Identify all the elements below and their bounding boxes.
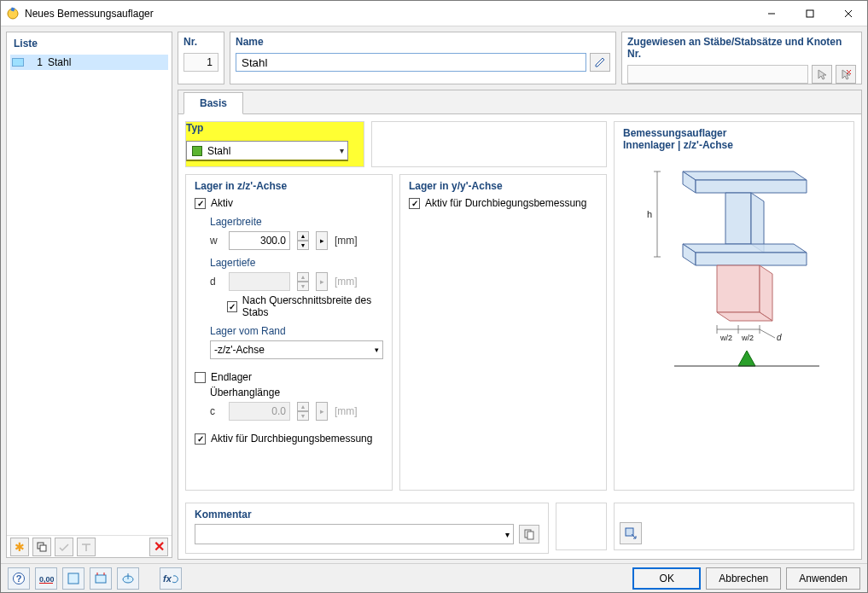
tab-basis[interactable]: Basis xyxy=(184,92,243,114)
cancel-button[interactable]: Abbrechen xyxy=(706,567,781,590)
nr-field[interactable]: 1 xyxy=(184,53,218,72)
comment-combo[interactable]: ▾ xyxy=(195,524,514,544)
checkout-icon xyxy=(80,541,92,553)
apply-button[interactable]: Anwenden xyxy=(786,567,860,590)
z-durch-row[interactable]: Aktiv für Durchbiegungsbemessung xyxy=(195,433,383,445)
svg-marker-32 xyxy=(738,351,755,366)
name-edit-button[interactable] xyxy=(590,53,610,72)
typ-combo[interactable]: Stahl ▾ xyxy=(186,141,348,161)
close-button[interactable] xyxy=(829,1,867,26)
d-unit: [mm] xyxy=(335,276,358,288)
nr-panel: Nr. 1 xyxy=(178,32,224,84)
list-body[interactable]: 1 Stahl xyxy=(7,53,172,535)
w-step-button[interactable]: ▸ xyxy=(316,231,328,250)
list-item-num: 1 xyxy=(29,56,43,68)
endlager-check[interactable] xyxy=(195,372,206,383)
units-button[interactable]: 0,00 xyxy=(35,567,57,590)
view-button[interactable] xyxy=(62,567,84,590)
z-aktiv-label: Aktiv xyxy=(211,197,233,209)
tab-bar: Basis xyxy=(178,90,861,114)
w-sym: w xyxy=(210,235,222,247)
delete-item-button[interactable]: ✕ xyxy=(149,538,168,556)
pick-member-button[interactable] xyxy=(812,65,832,84)
d-step-button: ▸ xyxy=(316,272,328,291)
y-group: Lager in y/y'-Achse Aktiv für Durchbiegu… xyxy=(399,174,607,491)
name-panel: Name xyxy=(230,32,616,84)
svg-text:?: ? xyxy=(16,573,22,584)
preview-titles: Bemessungsauflager Innenlager | z/z'-Ach… xyxy=(623,127,845,151)
comment-aux-panel xyxy=(556,503,607,550)
content-area: Liste 1 Stahl ✱ xyxy=(1,26,867,563)
comment-pick-button[interactable] xyxy=(519,525,539,544)
window-title: Neues Bemessungsauflager xyxy=(25,8,752,20)
copy-item-button[interactable] xyxy=(32,538,51,556)
nach-querschnitt-row[interactable]: Nach Querschnittsbreite des Stabs xyxy=(227,294,383,318)
z-group-title: Lager in z/z'-Achse xyxy=(195,180,383,192)
copy-icon xyxy=(36,541,48,553)
svg-rect-7 xyxy=(40,545,46,551)
w-unit: [mm] xyxy=(335,235,358,247)
y-durch-row[interactable]: Aktiv für Durchbiegungsbemessung xyxy=(409,197,597,209)
svg-text:w/2: w/2 xyxy=(741,334,754,342)
svg-marker-21 xyxy=(717,265,760,312)
dialog-window: Neues Bemessungsauflager Liste 1 Stahl xyxy=(0,0,868,593)
name-input[interactable] xyxy=(236,53,586,72)
endlager-label: Endlager xyxy=(211,371,252,383)
lagerbreite-label: Lagerbreite xyxy=(210,216,383,228)
new-item-button[interactable]: ✱ xyxy=(10,538,29,556)
w-spin[interactable]: ▲▼ xyxy=(297,231,309,250)
w-input[interactable]: 300.0 xyxy=(229,231,290,250)
endlager-row[interactable]: Endlager xyxy=(195,371,383,383)
h-label: h xyxy=(647,209,652,219)
help-button[interactable]: ? xyxy=(8,567,30,590)
svg-text:w/2: w/2 xyxy=(719,334,732,342)
comment-row: Kommentar ▾ xyxy=(178,497,861,559)
svg-marker-20 xyxy=(696,253,807,265)
list-item[interactable]: 1 Stahl xyxy=(10,55,168,70)
rand-value: -z/z'-Achse xyxy=(214,344,265,356)
typ-color-swatch xyxy=(192,146,202,156)
preview-group: Bemessungsauflager Innenlager | z/z'-Ach… xyxy=(614,121,854,491)
form-body: Typ Stahl ▾ xyxy=(178,114,861,497)
titlebar: Neues Bemessungsauflager xyxy=(1,1,867,26)
svg-rect-3 xyxy=(807,10,813,17)
preview-refresh-button[interactable] xyxy=(620,522,642,544)
list-panel: Liste 1 Stahl ✱ xyxy=(6,32,172,558)
uberhang-label: Überhanglänge xyxy=(210,387,383,398)
chevron-down-icon: ▾ xyxy=(340,146,344,155)
window-controls xyxy=(752,1,867,26)
rand-label: Lager vom Rand xyxy=(210,325,383,337)
typ-spacer-group xyxy=(371,121,607,167)
svg-marker-15 xyxy=(696,180,807,193)
app-icon xyxy=(6,7,20,20)
nach-querschnitt-check[interactable] xyxy=(227,301,237,312)
fx-button[interactable]: fx xyxy=(160,567,182,590)
clear-assign-button[interactable] xyxy=(836,65,856,84)
check-out-button[interactable] xyxy=(77,538,96,556)
rand-combo[interactable]: -z/z'-Achse ▾ xyxy=(210,340,383,359)
right-area: Nr. 1 Name Zugewiesen an Stäbe/Stabsätze… xyxy=(178,32,862,558)
list-toolbar: ✱ ✕ xyxy=(7,535,172,557)
chevron-down-icon: ▾ xyxy=(375,346,379,354)
render-button[interactable] xyxy=(117,567,139,590)
assign-input[interactable] xyxy=(627,65,808,84)
c-input: 0.0 xyxy=(229,402,290,421)
z-aktiv-check[interactable] xyxy=(195,198,206,209)
svg-marker-13 xyxy=(683,172,807,180)
model-button[interactable] xyxy=(90,567,112,590)
ok-button[interactable]: OK xyxy=(632,567,701,590)
lagertiefe-label: Lagertiefe xyxy=(210,257,383,269)
maximize-button[interactable] xyxy=(790,1,829,26)
svg-rect-35 xyxy=(527,532,533,539)
list-label: Liste xyxy=(7,32,172,53)
y-durch-check[interactable] xyxy=(409,198,420,209)
pencil-icon xyxy=(594,56,606,68)
assign-panel: Zugewiesen an Stäbe/Stabsätze und Knoten… xyxy=(621,32,862,84)
star-icon: ✱ xyxy=(15,540,25,554)
minimize-button[interactable] xyxy=(752,1,790,26)
z-aktiv-row[interactable]: Aktiv xyxy=(195,197,383,209)
check-in-button[interactable] xyxy=(55,538,73,556)
svg-marker-22 xyxy=(760,265,772,321)
z-durch-check[interactable] xyxy=(195,433,206,445)
d-input xyxy=(229,272,290,291)
